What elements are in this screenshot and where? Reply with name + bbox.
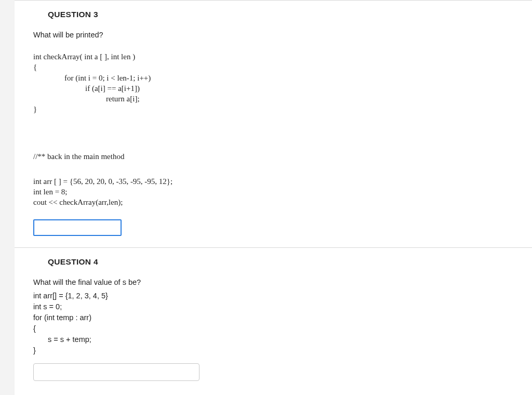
code-line: } [33, 104, 511, 114]
question-3-prompt: What will be printed? [33, 31, 511, 39]
code-line: } [33, 345, 511, 356]
code-line: s = s + temp; [33, 334, 511, 345]
code-line: int checkArray( int a [ ], int len ) [33, 51, 511, 62]
code-line: cout << checkArray(arr,len); [33, 197, 511, 207]
code-line: int arr [ ] = {56, 20, 20, 0, -35, -95, … [33, 176, 511, 187]
code-comment: //** back in the main method [33, 151, 511, 162]
question-3-code: int checkArray( int a [ ], int len ) { f… [33, 51, 511, 208]
code-line: { [33, 323, 511, 334]
code-line: int arr[] = {1, 2, 3, 4, 5} [33, 291, 511, 301]
question-4-block: QUESTION 4 What will the final value of … [33, 248, 511, 392]
code-line: for (int temp : arr) [33, 312, 511, 323]
question-4-answer-input[interactable] [33, 363, 200, 381]
code-line: for (int i = 0; i < len-1; i++) [33, 73, 511, 83]
question-4-title: QUESTION 4 [33, 257, 511, 267]
code-line: { [33, 62, 511, 72]
question-4-code: int arr[] = {1, 2, 3, 4, 5} int s = 0; f… [33, 291, 511, 356]
code-line: return a[i]; [33, 94, 511, 104]
code-line: int s = 0; [33, 301, 511, 312]
question-4-prompt: What will the final value of s be? [33, 278, 511, 286]
question-3-block: QUESTION 3 What will be printed? int che… [33, 1, 511, 247]
question-3-answer-input[interactable] [33, 219, 122, 236]
code-line: int len = 8; [33, 187, 511, 197]
code-line: if (a[i] == a[i+1]) [33, 83, 511, 94]
left-gutter [0, 0, 15, 392]
question-3-title: QUESTION 3 [33, 10, 511, 19]
